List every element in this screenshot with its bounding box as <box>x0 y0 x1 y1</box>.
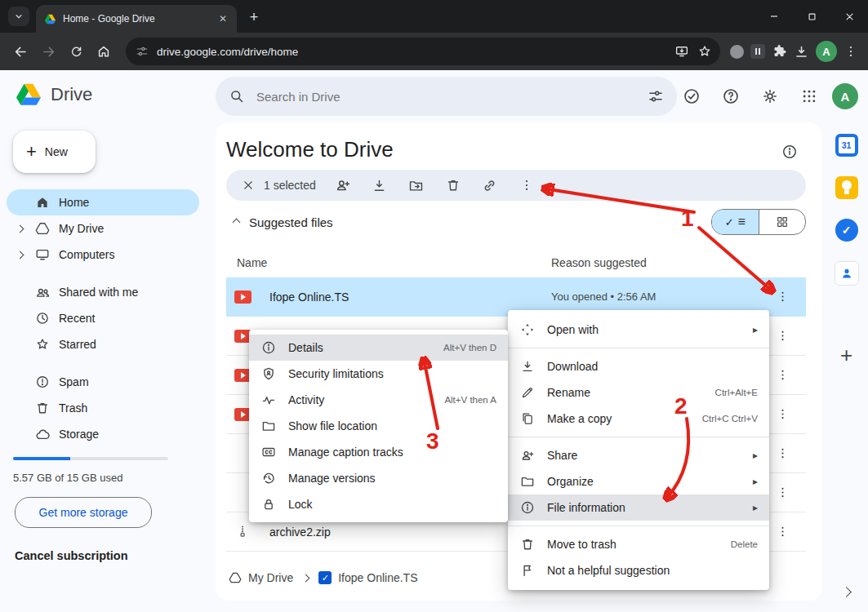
menu-item-lock[interactable]: Lock <box>249 491 508 517</box>
extensions-puzzle-icon[interactable] <box>772 44 787 60</box>
suggested-files-header[interactable]: Suggested files <box>234 215 333 229</box>
row-more-actions-button[interactable] <box>770 285 795 309</box>
help-button[interactable] <box>714 80 747 113</box>
browser-home-button[interactable] <box>90 38 118 65</box>
row-more-actions-button[interactable] <box>770 324 795 348</box>
search-bar[interactable] <box>216 77 677 116</box>
new-button-label: New <box>45 145 68 158</box>
shield-icon <box>260 366 277 381</box>
pinned-extension-icon[interactable] <box>750 44 765 59</box>
breadcrumb-my-drive[interactable]: My Drive <box>229 571 293 584</box>
menu-item-details[interactable]: Details Alt+V then D <box>249 335 508 361</box>
extension-avatar-icon[interactable] <box>730 45 744 59</box>
toolbar-more-actions-button[interactable] <box>513 171 541 199</box>
tab-list-button[interactable] <box>8 7 29 26</box>
menu-item-show-file-location[interactable]: Show file location <box>249 413 508 439</box>
search-input[interactable] <box>255 89 638 104</box>
calendar-icon[interactable]: 31 <box>835 134 858 157</box>
sidebar-item-recent[interactable]: Recent <box>7 305 199 331</box>
menu-item-file-information[interactable]: File information ▸ <box>508 494 769 521</box>
settings-button[interactable] <box>754 80 786 113</box>
column-header-name[interactable]: Name <box>237 256 267 269</box>
menu-item-manage-caption-tracks[interactable]: Manage caption tracks <box>249 439 508 465</box>
menu-item-rename[interactable]: Rename Ctrl+Alt+E <box>508 379 769 406</box>
question-circle-icon <box>722 87 740 105</box>
menu-item-make-a-copy[interactable]: Make a copy Ctrl+C Ctrl+V <box>508 406 769 432</box>
row-more-actions-button[interactable] <box>770 520 795 544</box>
search-icon[interactable] <box>229 88 245 104</box>
file-name: Ifope Online.TS <box>269 290 349 304</box>
search-filter-icon[interactable] <box>648 88 664 104</box>
reload-button[interactable] <box>62 38 90 65</box>
address-bar[interactable]: drive.google.com/drive/home <box>126 38 720 65</box>
tab-close-button[interactable]: ✕ <box>216 11 230 26</box>
bookmark-star-icon[interactable] <box>697 44 712 59</box>
menu-item-download[interactable]: Download <box>508 353 769 379</box>
back-button[interactable] <box>7 38 34 65</box>
sidebar-item-starred[interactable]: Starred <box>7 331 199 357</box>
grid-view-toggle[interactable] <box>759 210 806 234</box>
sidebar-item-my-drive[interactable]: My Drive <box>7 215 199 242</box>
drive-sidebar: + New Home My Drive Computers <box>0 122 209 612</box>
clear-selection-button[interactable] <box>234 171 262 199</box>
copy-link-button[interactable] <box>476 171 504 199</box>
minimize-button[interactable] <box>755 0 793 33</box>
row-more-actions-button[interactable] <box>770 402 795 427</box>
expand-chevron-icon[interactable] <box>13 252 26 258</box>
collapse-chevron-icon[interactable] <box>233 219 241 227</box>
sidebar-item-computers[interactable]: Computers <box>7 242 199 268</box>
sidebar-item-label: Recent <box>59 312 95 325</box>
apps-grid-button[interactable] <box>793 80 826 113</box>
storage-progress-fill <box>13 457 70 460</box>
list-view-toggle[interactable]: ✓≡ <box>712 210 759 234</box>
sidebar-item-storage[interactable]: Storage <box>7 421 199 447</box>
sidebar-item-spam[interactable]: Spam <box>7 369 199 395</box>
trash-button[interactable] <box>439 171 467 199</box>
sidebar-item-trash[interactable]: Trash <box>7 395 199 421</box>
menu-item-manage-versions[interactable]: Manage versions <box>249 465 508 491</box>
new-tab-button[interactable]: + <box>243 7 265 28</box>
sidebar-item-label: Home <box>59 196 89 209</box>
account-avatar[interactable]: A <box>832 83 858 109</box>
row-more-actions-button[interactable] <box>770 441 795 466</box>
menu-item-move-to-trash[interactable]: Move to trash Delete <box>508 531 769 557</box>
drive-brand[interactable]: Drive <box>15 81 92 109</box>
checked-checkbox-icon[interactable]: ✓ <box>318 571 332 584</box>
add-panel-button[interactable]: + <box>840 344 852 366</box>
menu-item-organize[interactable]: Organize ▸ <box>508 468 769 494</box>
move-to-folder-button[interactable] <box>403 171 430 199</box>
install-app-icon[interactable] <box>674 44 689 59</box>
browser-menu-icon[interactable] <box>844 44 858 59</box>
tasks-icon[interactable]: ✓ <box>835 219 858 242</box>
browser-tab[interactable]: Home - Google Drive ✕ <box>36 5 237 33</box>
row-more-actions-button[interactable] <box>770 363 795 388</box>
new-button[interactable]: + New <box>13 131 96 173</box>
close-window-button[interactable] <box>830 0 868 33</box>
breadcrumb: My Drive ✓ Ifope Online.TS <box>229 563 418 592</box>
browser-profile-avatar[interactable]: A <box>816 41 837 62</box>
downloads-icon[interactable] <box>794 44 809 60</box>
keep-icon[interactable] <box>835 176 858 199</box>
get-more-storage-button[interactable]: Get more storage <box>15 497 152 528</box>
cancel-subscription-link[interactable]: Cancel subscription <box>15 549 209 562</box>
sidebar-item-home[interactable]: Home <box>7 189 199 215</box>
download-button[interactable] <box>366 171 394 199</box>
site-settings-icon[interactable] <box>136 45 149 58</box>
breadcrumb-current-file[interactable]: ✓ Ifope Online.TS <box>318 571 417 584</box>
forward-button[interactable] <box>34 38 62 65</box>
expand-chevron-icon[interactable] <box>13 226 26 232</box>
sidebar-item-shared-with-me[interactable]: Shared with me <box>7 279 199 305</box>
menu-item-open-with[interactable]: Open with ▸ <box>508 317 769 343</box>
share-button[interactable] <box>329 171 357 199</box>
collapse-panel-chevron[interactable] <box>843 584 850 599</box>
maximize-button[interactable] <box>793 0 830 33</box>
offline-status-button[interactable] <box>675 80 708 113</box>
contacts-icon[interactable] <box>835 261 859 286</box>
menu-item-not-helpful-suggestion[interactable]: Not a helpful suggestion <box>508 557 769 583</box>
menu-item-security-limitations[interactable]: Security limitations <box>249 361 508 387</box>
menu-item-share[interactable]: Share ▸ <box>508 442 769 468</box>
selection-toolbar: 1 selected <box>226 170 806 201</box>
info-button[interactable] <box>781 144 798 160</box>
menu-item-activity[interactable]: Activity Alt+V then A <box>249 387 508 413</box>
row-more-actions-button[interactable] <box>770 481 795 505</box>
